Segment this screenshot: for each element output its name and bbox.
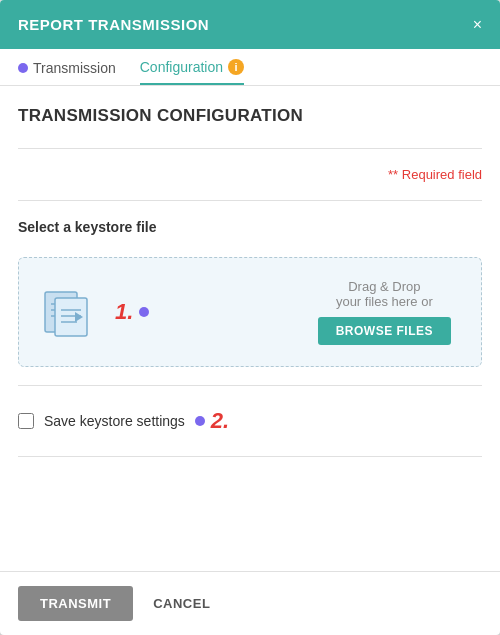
tab-configuration[interactable]: Configuration i bbox=[140, 59, 244, 85]
required-text: * Required field bbox=[393, 167, 482, 182]
divider-1 bbox=[18, 148, 482, 149]
section-title: TRANSMISSION CONFIGURATION bbox=[18, 106, 482, 126]
modal-footer: TRANSMIT CANCEL bbox=[0, 571, 500, 635]
browse-files-button[interactable]: BROWSE FILES bbox=[318, 317, 451, 345]
annotation-2-dot bbox=[195, 416, 205, 426]
transmit-button[interactable]: TRANSMIT bbox=[18, 586, 133, 621]
required-field-note: ** Required field bbox=[18, 167, 482, 182]
drop-zone[interactable]: 1. Drag & Drop your files here or BROWSE… bbox=[18, 257, 482, 367]
drop-zone-left: 1. bbox=[39, 282, 149, 342]
cancel-button[interactable]: CANCEL bbox=[153, 596, 210, 611]
save-keystore-label: Save keystore settings bbox=[44, 413, 185, 429]
here-text: your files here or bbox=[318, 294, 451, 309]
file-icon bbox=[39, 282, 99, 342]
annotation-1-group: 1. bbox=[115, 301, 149, 323]
info-icon: i bbox=[228, 59, 244, 75]
tab-dot-icon bbox=[18, 63, 28, 73]
drag-drop-text: Drag & Drop bbox=[318, 279, 451, 294]
save-keystore-row: Save keystore settings 2. bbox=[18, 404, 482, 438]
close-button[interactable]: × bbox=[473, 17, 482, 33]
drop-zone-right: Drag & Drop your files here or BROWSE FI… bbox=[318, 279, 451, 345]
tab-transmission-label: Transmission bbox=[33, 60, 116, 76]
annotation-2-text: 2. bbox=[211, 410, 229, 432]
keystore-label: Select a keystore file bbox=[18, 219, 482, 235]
divider-2 bbox=[18, 200, 482, 201]
modal-body: TRANSMISSION CONFIGURATION ** Required f… bbox=[0, 86, 500, 571]
annotation-1-text: 1. bbox=[115, 301, 133, 323]
divider-4 bbox=[18, 456, 482, 457]
annotation-1-dot bbox=[139, 307, 149, 317]
tab-configuration-label: Configuration bbox=[140, 59, 223, 75]
tab-transmission[interactable]: Transmission bbox=[18, 59, 116, 85]
save-keystore-checkbox[interactable] bbox=[18, 413, 34, 429]
modal-container: REPORT TRANSMISSION × Transmission Confi… bbox=[0, 0, 500, 635]
modal-title: REPORT TRANSMISSION bbox=[18, 16, 209, 33]
annotation-2-group: 2. bbox=[195, 410, 229, 432]
tab-bar: Transmission Configuration i bbox=[0, 49, 500, 86]
divider-3 bbox=[18, 385, 482, 386]
modal-header: REPORT TRANSMISSION × bbox=[0, 0, 500, 49]
